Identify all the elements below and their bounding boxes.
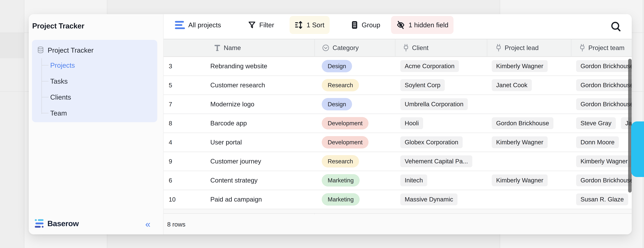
sort-button[interactable]: 1 Sort	[290, 16, 330, 34]
cell-name[interactable]: User portal	[210, 133, 242, 152]
cell-category-pill[interactable]: Marketing	[322, 193, 360, 206]
background-block	[0, 32, 24, 58]
group-icon	[351, 21, 358, 29]
filter-icon	[248, 21, 256, 29]
cell-category-pill[interactable]: Development	[322, 136, 368, 148]
column-header-project-lead[interactable]: Project lead	[496, 39, 539, 56]
background-gridline	[24, 0, 24, 248]
cell-project-team[interactable]: Gordon Brickhouse	[571, 60, 632, 72]
column-header-name[interactable]: Name	[214, 39, 241, 56]
cell-client-pill[interactable]: Umbrella Corporation	[400, 98, 468, 110]
cell-client-pill[interactable]: Vehement Capital Pa...	[400, 155, 472, 167]
filter-button[interactable]: Filter	[243, 16, 279, 34]
cell-client-pill[interactable]: Massive Dynamic	[400, 194, 458, 205]
group-button[interactable]: Group	[346, 16, 386, 34]
team-member-pill[interactable]: Susan R. Glaze	[576, 194, 628, 205]
cell-project-team[interactable]: Gordon Brickhouse	[571, 174, 632, 187]
sidebar-item-database[interactable]: Project Tracker	[37, 45, 94, 55]
cell-name[interactable]: Customer journey	[210, 152, 261, 171]
table-row[interactable]: 9Customer journeyResearchVehement Capita…	[164, 152, 632, 171]
database-icon	[37, 46, 44, 54]
sidebar-item-projects[interactable]: Projects	[32, 57, 157, 73]
cell-name[interactable]: Rebranding website	[210, 57, 267, 75]
table-row[interactable]: 7Modernize logoDesignUmbrella Corporatio…	[164, 95, 632, 114]
table-row[interactable]: 5Customer researchResearchSoylent CorpJa…	[164, 76, 632, 95]
table-link-label: Team	[50, 105, 67, 121]
row-number[interactable]: 6	[169, 171, 172, 190]
column-header-category[interactable]: Category	[322, 39, 359, 56]
cell-client-pill[interactable]: Hooli	[400, 117, 423, 129]
team-member-pill[interactable]: Kimberly Wagner	[576, 155, 632, 167]
cell-client-pill[interactable]: Globex Corporation	[400, 136, 463, 148]
cell-project-team[interactable]: Susan R. Glaze	[571, 194, 632, 206]
table-row[interactable]: 8Barcode appDevelopmentHooliGordon Brick…	[164, 114, 632, 133]
overlay-panel	[631, 121, 644, 177]
cell-category-pill[interactable]: Research	[322, 79, 359, 91]
sidebar-collapse-button[interactable]: «	[145, 219, 150, 229]
cell-project-team[interactable]: Kimberly Wagner	[571, 155, 632, 168]
cell-project-lead-pill[interactable]: Kimberly Wagner	[492, 136, 548, 148]
cell-project-team[interactable]: Donn Moore	[571, 136, 632, 149]
cell-project-lead-pill[interactable]: Kimberly Wagner	[492, 60, 548, 72]
row-number[interactable]: 7	[169, 95, 172, 114]
table-row[interactable]: 3Rebranding websiteDesignAcme Corporatio…	[164, 57, 632, 76]
cell-name[interactable]: Paid ad campaign	[210, 190, 262, 209]
cell-category-pill[interactable]: Development	[322, 117, 368, 129]
column-header-client[interactable]: Client	[403, 39, 428, 56]
cell-project-lead-pill[interactable]: Kimberly Wagner	[492, 174, 548, 186]
team-member-pill[interactable]: Gordon Brickhouse	[576, 60, 632, 72]
row-number[interactable]: 8	[169, 114, 172, 133]
team-member-pill[interactable]: Gordon Brickhouse	[576, 98, 632, 110]
database-tree-panel: Project Tracker ProjectsTasksClientsTeam	[32, 40, 157, 122]
link-row-icon	[579, 44, 585, 52]
tree-connector	[42, 65, 48, 65]
table-row[interactable]: 10Paid ad campaignMarketingMassive Dynam…	[164, 190, 632, 209]
cell-client-pill[interactable]: Initech	[400, 174, 427, 186]
row-number[interactable]: 4	[169, 133, 172, 152]
sidebar: Project Tracker Project Tracker Projects…	[29, 14, 164, 234]
row-number[interactable]: 3	[169, 57, 172, 75]
row-number[interactable]: 9	[169, 152, 172, 171]
table-link-label: Clients	[50, 89, 71, 105]
table-row[interactable]: 4User portalDevelopmentGlobex Corporatio…	[164, 133, 632, 152]
row-number[interactable]: 10	[169, 190, 176, 209]
cell-category-pill[interactable]: Research	[322, 155, 359, 168]
grid-rows: 3Rebranding websiteDesignAcme Corporatio…	[164, 57, 632, 209]
cell-project-team[interactable]: Gordon Brickhouse	[571, 79, 632, 92]
view-selector-button[interactable]: All projects	[170, 16, 226, 34]
cell-project-team[interactable]: Steve GrayJanet Cook	[571, 117, 632, 130]
grid-header: Name Category	[164, 39, 632, 57]
table-row[interactable]: 6Content strategyMarketingInitechKimberl…	[164, 171, 632, 190]
row-number[interactable]: 5	[169, 76, 172, 95]
sidebar-item-clients[interactable]: Clients	[32, 89, 157, 105]
hidden-fields-button[interactable]: 1 hidden field	[391, 16, 454, 34]
vertical-scrollbar[interactable]	[628, 59, 632, 193]
team-member-pill[interactable]: Donn Moore	[576, 136, 619, 148]
cell-name[interactable]: Content strategy	[210, 171, 258, 190]
sidebar-item-team[interactable]: Team	[32, 105, 157, 121]
cell-project-lead-pill[interactable]: Janet Cook	[492, 79, 532, 91]
single-select-icon	[322, 44, 330, 52]
sort-icon	[295, 21, 303, 29]
cell-category-pill[interactable]: Design	[322, 98, 352, 110]
grid-footer: 8 rows	[164, 214, 632, 234]
search-button[interactable]	[609, 20, 624, 34]
cell-project-team[interactable]: Gordon Brickhouse	[571, 98, 632, 111]
table-link-label: Projects	[50, 57, 75, 73]
team-member-pill[interactable]: Steve Gray	[576, 117, 616, 129]
new-row-strip[interactable]	[164, 209, 632, 214]
team-member-pill[interactable]: Gordon Brickhouse	[576, 174, 632, 186]
cell-name[interactable]: Customer research	[210, 76, 265, 95]
cell-project-lead-pill[interactable]: Gordon Brickhouse	[492, 117, 554, 129]
column-header-project-team[interactable]: Project team	[579, 39, 624, 56]
team-member-pill[interactable]: Gordon Brickhouse	[576, 79, 632, 91]
cell-client-pill[interactable]: Acme Corporation	[400, 60, 459, 72]
text-field-icon	[214, 44, 221, 52]
cell-category-pill[interactable]: Marketing	[322, 174, 360, 187]
cell-name[interactable]: Modernize logo	[210, 95, 254, 114]
view-toolbar: All projects Filter	[164, 14, 632, 39]
cell-client-pill[interactable]: Soylent Corp	[400, 79, 445, 91]
sidebar-item-tasks[interactable]: Tasks	[32, 73, 157, 89]
cell-category-pill[interactable]: Design	[322, 60, 352, 72]
cell-name[interactable]: Barcode app	[210, 114, 247, 133]
